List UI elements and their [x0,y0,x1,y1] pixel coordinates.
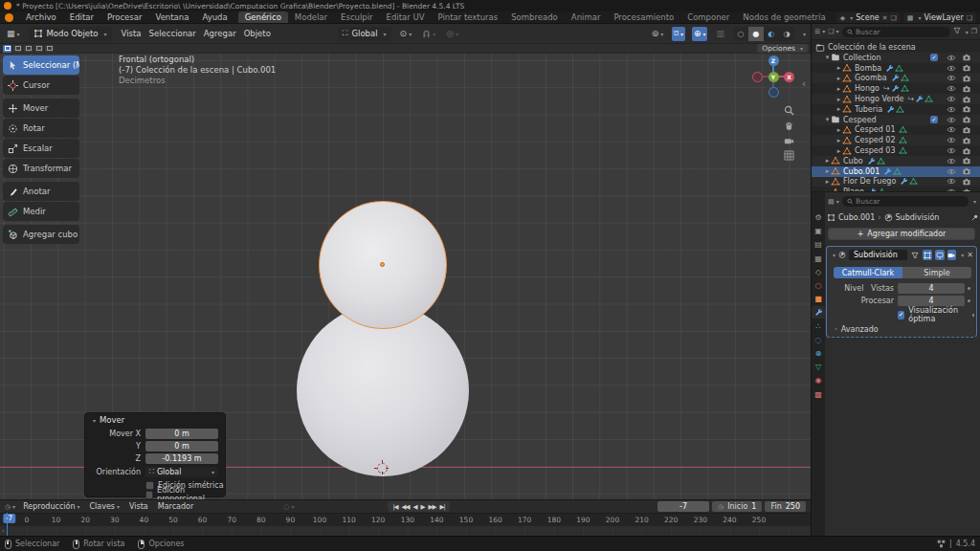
advanced-expand-arrow[interactable]: › [835,325,837,333]
proportional-editing-button[interactable]: ◎▾ [444,27,460,41]
outliner-row-cubo[interactable]: ▸Cubo [812,156,980,166]
expand-arrow-icon[interactable]: ▸ [835,64,842,72]
expand-arrow-icon[interactable]: ▸ [835,137,842,144]
expand-arrow-icon[interactable]: ▸ [835,75,842,82]
expand-arrow-icon[interactable]: ▸ [835,96,842,103]
orientation-dropdown[interactable]: ⛶ Global ▾ [145,467,218,477]
viewport-menu-vista[interactable]: Vista [119,29,145,38]
hide-eye-icon[interactable] [947,178,956,185]
display-mode-icon[interactable]: ❏▾ [828,28,838,35]
timeline-menu-reproducci-n[interactable]: Reproducción▾ [23,502,79,511]
properties-tab-view-layer[interactable]: ▦ [812,253,825,265]
expand-arrow-icon[interactable]: ▸ [824,178,831,186]
camera-view-icon[interactable] [782,134,796,148]
properties-search-input[interactable] [856,197,964,206]
frame-start-field[interactable]: ◷ Inicio 1 [712,501,762,512]
expand-arrow-icon[interactable]: ▸ [835,85,842,93]
transform-orientation[interactable]: ⛶ Global ▾ [338,27,391,41]
disable-render-icon[interactable] [962,137,971,144]
selectability-checkbox[interactable]: ✓ [930,116,938,123]
tool-anotar[interactable]: Anotar [3,182,79,201]
channel-expand-arrow[interactable]: › [2,527,5,535]
disable-render-icon[interactable] [962,116,971,123]
jump-to-start-button[interactable]: |◀ [392,503,397,511]
disable-render-icon[interactable] [962,178,971,186]
expand-arrow-icon[interactable]: ▸ [824,157,831,165]
outliner-row-hongo[interactable]: ▸Hongo↪ [812,83,980,94]
outliner-row-cesped-03[interactable]: ▸Cesped 03 [812,145,980,156]
gizmo-y-axis[interactable]: Y [768,72,779,82]
outliner-row-colecci-n-de-la-escena[interactable]: Colección de la escena [812,42,980,53]
snap-magnet-icon[interactable]: ▾ [420,27,437,41]
disable-render-icon[interactable] [962,105,971,113]
menu-procesar[interactable]: Procesar [100,12,149,22]
tool-seleccionar-m[interactable]: Seleccionar (M... [3,55,79,75]
hide-eye-icon[interactable] [947,168,956,175]
select-mode-intersect-button[interactable] [45,45,54,53]
hide-eye-icon[interactable] [947,158,956,165]
move-z-field[interactable]: -0.1193 m [145,453,218,464]
chevron-down-icon[interactable]: ▾ [973,198,976,205]
properties-tab-material[interactable]: ◉ [812,374,825,386]
outliner-editor-type-icon[interactable]: ☰▾ [814,28,825,35]
expand-arrow-icon[interactable]: ▾ [824,116,831,123]
operator-panel-mover[interactable]: ▾ Mover Mover X 0 m Y 0 m Z -0.1193 m Or… [84,412,226,497]
outliner-row-cesped-01[interactable]: ▸Cesped 01 [812,124,980,135]
new-view-layer-icon[interactable]: ❏ [967,14,972,22]
properties-tab-physics[interactable]: ◌ [812,334,825,346]
menu-editar[interactable]: Editar [63,12,100,22]
proportional-editing-checkbox[interactable]: Edición proporcional [145,486,225,499]
zoom-tool-icon[interactable] [782,103,796,118]
outliner-search[interactable] [842,27,951,37]
shading-solid-button[interactable]: ● [748,27,764,41]
hide-eye-icon[interactable] [947,75,956,81]
current-frame-field[interactable]: -7 [657,501,709,512]
expand-arrow-icon[interactable]: ▾ [833,252,835,258]
on-cage-toggle[interactable] [923,250,932,260]
disable-render-icon[interactable] [962,167,971,175]
outliner-row-hongo-verde[interactable]: ▸Hongo Verde↪ [812,94,980,104]
collapse-arrow-icon[interactable]: ▾ [93,417,96,424]
pin-icon[interactable] [970,213,979,222]
disable-render-icon[interactable] [962,85,971,93]
properties-editor-type-icon[interactable]: ▤▾ [828,198,839,206]
properties-tab-data[interactable]: ▽ [812,361,825,373]
tool-rotar[interactable]: Rotar [3,119,79,138]
frame-end-field[interactable]: Fin 250 [765,501,806,512]
object-visibility-button[interactable]: ⊚▾ [650,27,666,41]
menu-ayuda[interactable]: Ayuda [195,12,234,22]
move-y-field[interactable]: 0 m [145,441,218,452]
disable-render-icon[interactable] [962,75,971,82]
outliner-row-tuberia[interactable]: ▸Tuberia [812,104,980,115]
blender-menu-icon[interactable] [5,13,13,22]
animate-dot[interactable] [968,299,970,302]
shading-options-chevron[interactable]: ▾ [803,31,806,37]
view-layer-selector[interactable]: ▦ ▾ ViewLayer ❏ [903,12,976,23]
breadcrumb-modifier[interactable]: Subdivisión [896,213,940,222]
overlays-toggle-button[interactable]: ⊕▾ [692,27,708,41]
previous-keyframe-button[interactable]: ◀◀ [402,503,410,511]
viewport-menu-agregar[interactable]: Agregar [201,29,239,38]
properties-tab-tool[interactable]: ⚙ [812,211,825,224]
auto-keying-button[interactable]: ○▾ [283,503,294,511]
filter-icon[interactable]: ▾ [953,27,968,36]
selectability-checkbox[interactable]: ✓ [930,54,938,61]
disable-render-icon[interactable] [962,96,971,103]
properties-tab-output[interactable]: ▤ [812,238,825,251]
mode-selector[interactable]: Modo Objeto ▾ [29,27,112,41]
levels-render-field[interactable]: 4 [898,296,965,306]
hide-eye-icon[interactable] [947,126,956,133]
disable-render-icon[interactable] [962,147,971,155]
timeline-menu-marcador[interactable]: Marcador [158,502,193,511]
hide-eye-icon[interactable] [947,137,956,143]
select-mode-subtract-button[interactable] [24,45,33,53]
properties-tab-texture[interactable]: ▩ [812,388,825,401]
levels-viewport-field[interactable]: 4 [898,283,965,294]
select-mode-invert-button[interactable] [34,45,43,53]
properties-tab-render[interactable]: ▣ [812,225,825,237]
outliner-row-cubo-001[interactable]: ▸Cubo.001 [812,166,980,177]
outliner-row-flor-de-fuego[interactable]: ▸Flor De Fuego [812,176,980,187]
workspace-tab-animar[interactable]: Animar [565,11,608,23]
gizmo-x-neg-axis[interactable] [752,72,763,82]
play-button[interactable]: ▶ [421,503,425,511]
